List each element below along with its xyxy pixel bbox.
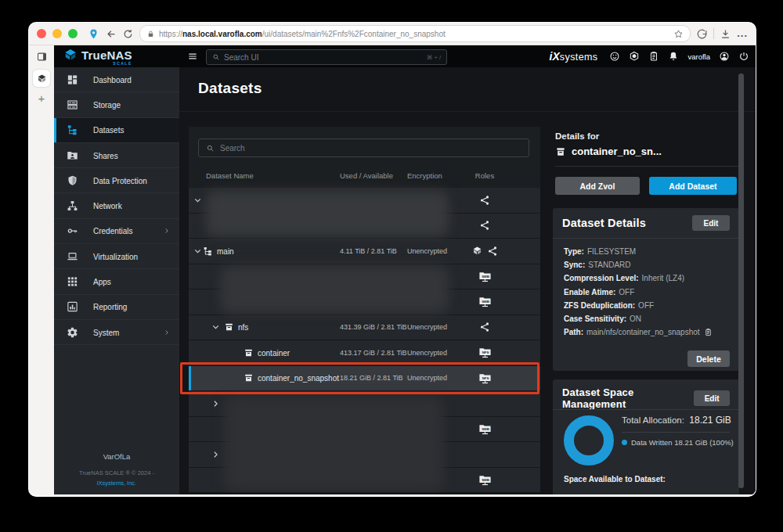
ixsystems-link[interactable]: iXsystems, Inc.: [54, 480, 179, 487]
delete-dataset-button[interactable]: Delete: [687, 350, 730, 367]
sidebar-item-label: Reporting: [93, 303, 127, 311]
smb-share-icon[interactable]: SMB: [478, 295, 492, 308]
detail-field: ZFS Deduplication:OFF: [564, 299, 731, 312]
sidebar-toggle-icon[interactable]: [36, 51, 48, 63]
dataset-details-title: Dataset Details: [562, 217, 646, 229]
zoom-window-button[interactable]: [68, 29, 78, 38]
nfs-share-icon[interactable]: NFS: [478, 372, 492, 385]
truenas-logo[interactable]: TrueNAS SCALE: [63, 48, 132, 62]
dataset-row-main[interactable]: main4.11 TiB / 2.81 TiBUnencrypted: [189, 239, 540, 264]
jobs-icon[interactable]: [648, 51, 659, 62]
share-role-icon[interactable]: [479, 195, 490, 206]
share-role-icon[interactable]: [487, 246, 498, 257]
system-dataset-icon[interactable]: [472, 246, 482, 256]
smb-share-icon[interactable]: SMB: [478, 473, 492, 487]
extension-icon[interactable]: [696, 28, 708, 40]
account-icon[interactable]: [719, 51, 730, 62]
roles-cell: [464, 188, 505, 213]
username-label: varofla: [687, 52, 710, 61]
column-header-dataset-name[interactable]: Dataset Name: [206, 171, 254, 180]
dataset-row-container[interactable]: container413.17 GiB / 2.81 TiBUnencrypte…: [189, 340, 540, 366]
sidebar-item-storage[interactable]: Storage: [54, 92, 179, 117]
alerts-bell-icon[interactable]: [668, 51, 679, 62]
smb-share-icon[interactable]: SMB: [478, 270, 492, 283]
sidebar-item-network[interactable]: Network: [54, 193, 179, 218]
dataset-row-nfs[interactable]: nfs431.39 GiB / 2.81 TiBUnencrypted: [189, 315, 540, 341]
minimize-window-button[interactable]: [52, 29, 62, 38]
location-pin-icon[interactable]: [88, 28, 99, 40]
truenas-favicon: [37, 74, 47, 84]
collapse-chevron-icon[interactable]: [193, 195, 203, 205]
smb-share-icon[interactable]: SMB: [478, 422, 492, 436]
sidebar-item-virtualization[interactable]: Virtualization: [54, 244, 179, 269]
address-bar[interactable]: https://nas.local.varofla.com/ui/dataset…: [139, 25, 691, 42]
column-header-encryption[interactable]: Encryption: [407, 171, 442, 180]
downloads-icon[interactable]: [720, 28, 731, 40]
sidebar-item-label: Apps: [93, 278, 111, 286]
edit-space-button[interactable]: Edit: [694, 390, 730, 406]
field-value: OFF: [638, 301, 654, 310]
field-value: FILESYSTEM: [587, 247, 636, 256]
add-dataset-button[interactable]: Add Dataset: [649, 177, 737, 195]
copy-path-icon[interactable]: [704, 328, 713, 336]
more-menu-button[interactable]: ...: [737, 30, 748, 38]
share-role-icon[interactable]: [479, 220, 490, 231]
nfs-share-icon[interactable]: NFS: [478, 346, 492, 359]
menu-toggle-icon[interactable]: [187, 51, 198, 62]
share-role-icon[interactable]: [479, 322, 490, 332]
gear-icon: [67, 326, 78, 338]
sidebar-item-shares[interactable]: Shares: [54, 143, 179, 168]
sidebar-item-dashboard[interactable]: Dashboard: [54, 67, 179, 92]
used-available-value: 18.21 GiB / 2.81 TiB: [340, 374, 403, 382]
back-button[interactable]: [105, 28, 117, 40]
shield-icon: [67, 174, 78, 186]
reporting-icon: [67, 301, 78, 313]
roles-cell: [464, 239, 505, 264]
sidebar-item-reporting[interactable]: Reporting: [54, 295, 179, 320]
field-label: Case Sensitivity:: [564, 315, 626, 323]
sidebar-item-label: Datasets: [93, 126, 124, 135]
roles-cell: SMB: [464, 417, 505, 442]
new-tab-button[interactable]: +: [38, 94, 45, 103]
dataset-row-container_no_snapshot[interactable]: container_no_snapshot18.21 GiB / 2.81 Ti…: [189, 366, 540, 392]
power-icon[interactable]: [738, 51, 749, 62]
global-search-input[interactable]: Search UI ⌘ + /: [206, 49, 447, 65]
sidebar-item-apps[interactable]: Apps: [54, 269, 179, 294]
field-label: Path:: [564, 328, 583, 336]
scrollbar[interactable]: [738, 70, 744, 491]
hostname-label: VarOfLa: [54, 452, 179, 461]
card-divider: [553, 238, 739, 239]
sidebar-item-data-protection[interactable]: Data Protection: [54, 168, 179, 193]
encryption-value: Unencrypted: [407, 323, 447, 331]
field-label: ZFS Deduplication:: [564, 301, 635, 310]
column-header-used-available[interactable]: Used / Available: [340, 171, 393, 180]
feedback-icon[interactable]: [609, 51, 620, 62]
expand-chevron-icon[interactable]: [211, 398, 221, 408]
datasets-table-card: Search Dataset Name Used / Available Enc…: [189, 127, 540, 493]
svg-text:SMB: SMB: [482, 300, 489, 304]
close-window-button[interactable]: [37, 29, 46, 38]
scrollbar-thumb[interactable]: [738, 74, 744, 488]
search-shortcut-hint: ⌘ + /: [427, 54, 441, 61]
truecommand-icon[interactable]: [629, 51, 640, 62]
selected-dataset-title: container_no_sn...: [555, 146, 662, 157]
table-search-input[interactable]: Search: [198, 138, 529, 157]
reload-button[interactable]: [122, 28, 134, 40]
search-icon: [206, 144, 215, 153]
sidebar-item-system[interactable]: System: [54, 320, 179, 345]
collapse-chevron-icon[interactable]: [211, 322, 221, 332]
detail-field: Case Sensitivity:ON: [564, 312, 731, 325]
bookmark-icon[interactable]: [673, 29, 684, 39]
edit-dataset-button[interactable]: Edit: [692, 215, 730, 231]
storage-icon: [67, 99, 78, 110]
add-zvol-button[interactable]: Add Zvol: [555, 177, 640, 195]
space-available-label: Space Available to Dataset:: [564, 475, 666, 483]
collapse-chevron-icon[interactable]: [193, 246, 203, 256]
brand-edition: SCALE: [113, 61, 132, 66]
sidebar-item-credentials[interactable]: Credentials: [54, 219, 179, 244]
expand-chevron-icon[interactable]: [211, 449, 221, 459]
pinned-tab-truenas[interactable]: [33, 70, 50, 87]
column-header-roles[interactable]: Roles: [464, 171, 505, 180]
sidebar-item-datasets[interactable]: Datasets: [54, 118, 179, 143]
legend-dot: [622, 440, 627, 445]
